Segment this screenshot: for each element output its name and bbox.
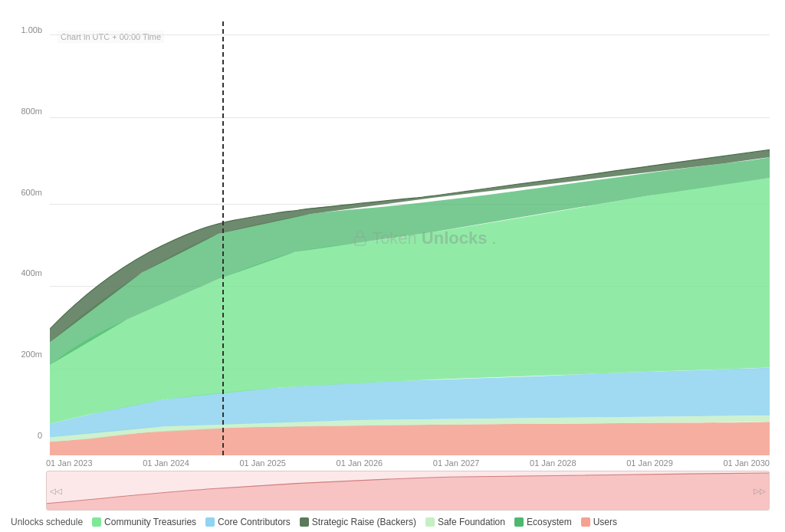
y-label-200m: 200m (21, 350, 42, 359)
legend: Unlocks schedule Community Treasuries Co… (0, 512, 785, 532)
today-line: Today (222, 21, 224, 455)
safe-foundation-dot (425, 517, 435, 527)
y-label-600m: 600m (21, 188, 42, 197)
legend-label-community: Community Treasuries (104, 517, 196, 527)
legend-title: Unlocks schedule (11, 517, 83, 527)
x-label-2028: 01 Jan 2028 (530, 458, 576, 468)
core-contributors-dot (205, 517, 215, 527)
legend-item-safe: Safe Foundation (425, 517, 505, 527)
y-label-400m: 400m (21, 268, 42, 277)
y-label-0: 0 (38, 431, 42, 440)
legend-label-safe: Safe Foundation (438, 517, 505, 527)
x-label-2023: 01 Jan 2023 (46, 458, 93, 468)
legend-label-users: Users (593, 517, 617, 527)
y-axis: 1.00b 800m 600m 400m 200m 0 (8, 21, 46, 455)
x-label-2027: 01 Jan 2027 (433, 458, 480, 468)
svg-rect-0 (354, 237, 365, 245)
ecosystem-dot (514, 517, 524, 527)
x-label-2029: 01 Jan 2029 (626, 458, 673, 468)
lock-icon (352, 230, 367, 247)
watermark: TokenUnlocks. (352, 228, 496, 248)
mini-chart[interactable]: ◁◁ ▷▷ (46, 471, 770, 511)
legend-item-core: Core Contributors (205, 517, 291, 527)
x-axis: 01 Jan 2023 01 Jan 2024 01 Jan 2025 01 J… (46, 458, 770, 468)
chart-inner: Chart in UTC + 00:00 Time (50, 21, 770, 455)
chart-container: 1.00b 800m 600m 400m 200m 0 Chart in UTC… (0, 0, 785, 532)
legend-item-users: Users (581, 517, 617, 527)
legend-item-community: Community Treasuries (92, 517, 196, 527)
legend-label-ecosystem: Ecosystem (527, 517, 572, 527)
mini-chart-svg (47, 471, 769, 510)
y-label-800m: 800m (21, 107, 42, 116)
chart-area: 1.00b 800m 600m 400m 200m 0 Chart in UTC… (50, 21, 770, 455)
x-label-2026: 01 Jan 2026 (337, 458, 383, 468)
users-dot (581, 517, 590, 527)
strategic-raise-dot (300, 517, 309, 527)
legend-label-strategic: Strategic Raise (Backers) (312, 517, 416, 527)
legend-item-strategic: Strategic Raise (Backers) (300, 517, 416, 527)
legend-item-ecosystem: Ecosystem (514, 517, 572, 527)
y-label-1b: 1.00b (21, 25, 42, 34)
x-label-2025: 01 Jan 2025 (239, 458, 286, 468)
scroll-left-icon[interactable]: ◁◁ (50, 487, 62, 495)
scroll-right-icon[interactable]: ▷▷ (754, 487, 766, 495)
community-treasuries-dot (92, 517, 101, 527)
x-label-2024: 01 Jan 2024 (143, 458, 189, 468)
legend-label-core: Core Contributors (218, 517, 291, 527)
x-label-2030: 01 Jan 2030 (723, 458, 770, 468)
